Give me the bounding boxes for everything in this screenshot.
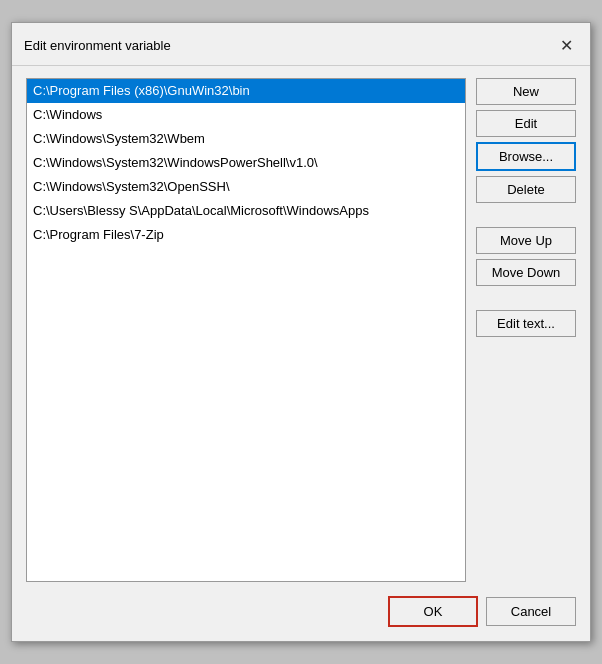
browse-button[interactable]: Browse...	[476, 142, 576, 171]
edit-text-button[interactable]: Edit text...	[476, 310, 576, 337]
ok-button[interactable]: OK	[388, 596, 478, 627]
move-up-button[interactable]: Move Up	[476, 227, 576, 254]
move-down-button[interactable]: Move Down	[476, 259, 576, 286]
list-item[interactable]: C:\Windows\System32\WindowsPowerShell\v1…	[27, 151, 465, 175]
edit-button[interactable]: Edit	[476, 110, 576, 137]
new-button[interactable]: New	[476, 78, 576, 105]
cancel-button[interactable]: Cancel	[486, 597, 576, 626]
list-item[interactable]: C:\Windows\System32\Wbem	[27, 127, 465, 151]
env-var-list[interactable]: C:\Program Files (x86)\GnuWin32\binC:\Wi…	[26, 78, 466, 582]
list-item[interactable]: C:\Windows\System32\OpenSSH\	[27, 175, 465, 199]
button-panel: New Edit Browse... Delete Move Up Move D…	[476, 78, 576, 582]
list-item[interactable]: C:\Users\Blessy S\AppData\Local\Microsof…	[27, 199, 465, 223]
close-button[interactable]: ✕	[554, 33, 578, 57]
dialog-title: Edit environment variable	[24, 38, 171, 53]
list-item[interactable]: C:\Program Files (x86)\GnuWin32\bin	[27, 79, 465, 103]
spacer2	[476, 291, 576, 305]
spacer1	[476, 208, 576, 222]
list-item[interactable]: C:\Windows	[27, 103, 465, 127]
edit-env-var-dialog: Edit environment variable ✕ C:\Program F…	[11, 22, 591, 642]
title-bar: Edit environment variable ✕	[12, 23, 590, 66]
dialog-footer: OK Cancel	[12, 596, 590, 641]
list-item[interactable]: C:\Program Files\7-Zip	[27, 223, 465, 247]
dialog-body: C:\Program Files (x86)\GnuWin32\binC:\Wi…	[12, 66, 590, 596]
delete-button[interactable]: Delete	[476, 176, 576, 203]
